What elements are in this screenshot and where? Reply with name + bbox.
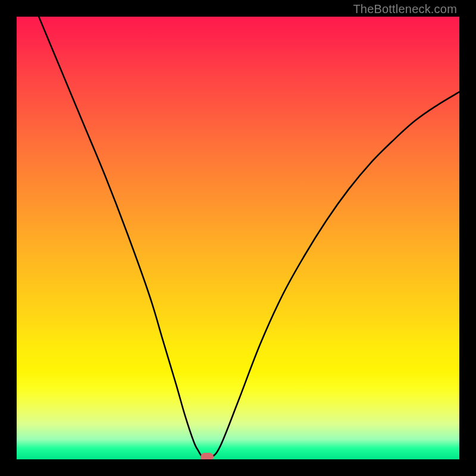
optimal-marker bbox=[201, 453, 214, 459]
watermark-text: TheBottleneck.com bbox=[353, 2, 457, 16]
plot-area bbox=[17, 17, 459, 459]
bottleneck-curve bbox=[39, 17, 459, 458]
curve-layer bbox=[17, 17, 459, 459]
chart-frame: TheBottleneck.com bbox=[0, 0, 476, 476]
